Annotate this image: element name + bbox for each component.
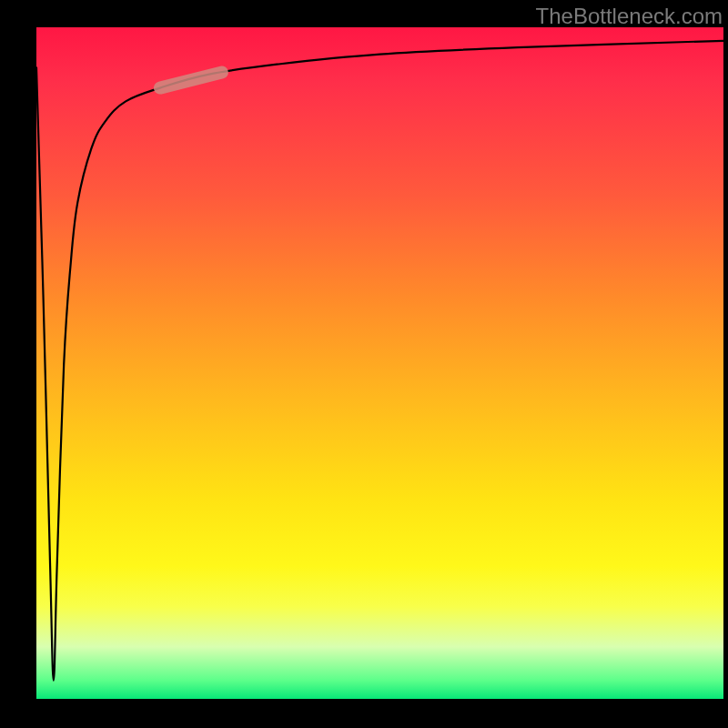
attribution-text: TheBottleneck.com [536,4,723,29]
bottleneck-curve [36,41,723,681]
curve-layer [36,27,723,701]
highlight-segment [160,73,222,88]
y-axis [35,27,36,701]
x-axis [35,699,723,701]
chart-frame: TheBottleneck.com [0,0,728,728]
